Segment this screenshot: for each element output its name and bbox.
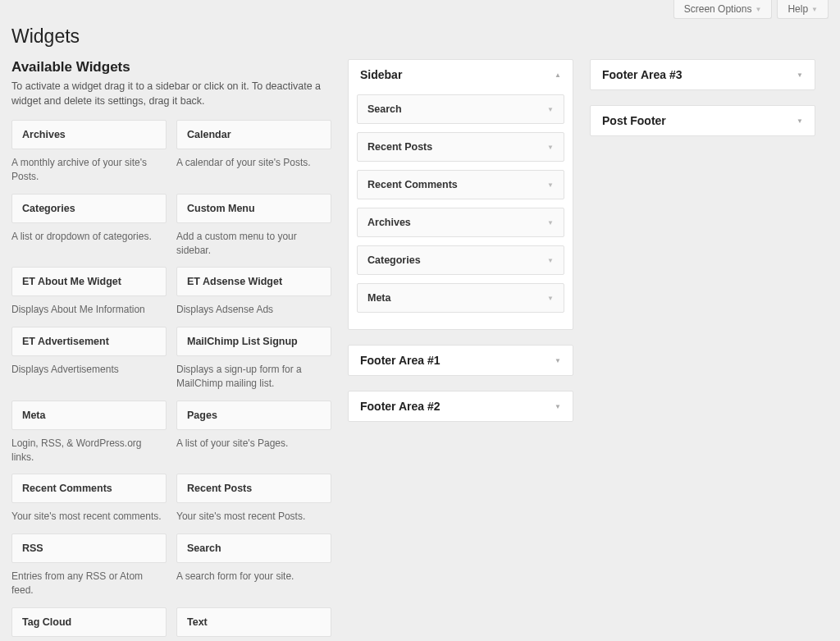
available-widgets-grid: ArchivesA monthly archive of your site's…	[11, 120, 331, 641]
widget-area-header[interactable]: Sidebar▲	[349, 60, 573, 89]
available-widget-desc: Add a custom menu to your sidebar.	[176, 223, 331, 259]
available-widget: Recent PostsYour site's most recent Post…	[176, 474, 331, 525]
placed-widget[interactable]: Search▼	[357, 94, 564, 124]
chevron-down-icon: ▼	[547, 144, 554, 151]
available-widget-header[interactable]: Recent Comments	[11, 474, 167, 503]
available-widget-header[interactable]: Categories	[11, 194, 167, 223]
widget-area: Footer Area #3▼	[590, 59, 815, 90]
chevron-up-icon: ▲	[555, 71, 561, 79]
widget-area: Post Footer▼	[590, 105, 815, 136]
available-widget-header[interactable]: Recent Posts	[176, 474, 331, 503]
widget-area-header[interactable]: Post Footer▼	[591, 106, 815, 135]
available-widget-desc: Displays a sign-up form for a MailChimp …	[176, 356, 331, 392]
available-widget: MetaLogin, RSS, & WordPress.org links.	[11, 401, 167, 466]
available-widget: CalendarA calendar of your site's Posts.	[176, 120, 331, 185]
available-widget: ArchivesA monthly archive of your site's…	[11, 120, 167, 185]
available-widget: Recent CommentsYour site's most recent c…	[11, 474, 167, 525]
placed-widget[interactable]: Recent Comments▼	[357, 170, 564, 199]
available-heading: Available Widgets	[11, 59, 331, 76]
widget-area-header[interactable]: Footer Area #1▼	[349, 346, 573, 375]
top-links: Screen Options ▼ Help ▼	[11, 0, 829, 19]
available-widget: PagesA list of your site's Pages.	[176, 401, 331, 466]
available-widget-header[interactable]: Archives	[11, 120, 167, 149]
chevron-down-icon: ▼	[547, 181, 554, 189]
placed-widget-title: Search	[368, 103, 402, 115]
placed-widget[interactable]: Categories▼	[357, 245, 564, 275]
available-widget-desc: Arbitrary text or HTML.	[176, 637, 331, 641]
widget-area-header[interactable]: Footer Area #3▼	[591, 60, 815, 89]
screen-options-label: Screen Options	[684, 3, 752, 15]
available-widget-desc: A cloud of your most used tags.	[11, 637, 167, 641]
widget-area: Footer Area #1▼	[348, 345, 573, 376]
chevron-down-icon: ▼	[547, 106, 554, 113]
available-widget-desc: A list of your site's Pages.	[176, 430, 331, 452]
chevron-down-icon: ▼	[547, 219, 554, 227]
available-widget: SearchA search form for your site.	[176, 533, 331, 599]
widget-area-title: Footer Area #1	[360, 354, 441, 367]
placed-widget-title: Categories	[368, 254, 421, 266]
available-widget-desc: Displays Adsense Ads	[176, 296, 331, 318]
widget-area-title: Sidebar	[360, 68, 402, 81]
widget-area: Footer Area #2▼	[348, 391, 573, 422]
placed-widget-title: Recent Posts	[368, 141, 432, 153]
sidebar-areas-column-1: Sidebar▲Search▼Recent Posts▼Recent Comme…	[348, 59, 573, 437]
chevron-down-icon: ▼	[555, 357, 561, 364]
available-widget-header[interactable]: Search	[176, 533, 331, 563]
available-widget-desc: Displays Advertisements	[11, 356, 167, 378]
available-widget: RSSEntries from any RSS or Atom feed.	[11, 533, 167, 599]
available-widget-desc: Your site's most recent Posts.	[176, 503, 331, 525]
available-widget: TextArbitrary text or HTML.	[176, 607, 331, 641]
screen-options-button[interactable]: Screen Options ▼	[673, 0, 773, 19]
widget-area-title: Post Footer	[602, 114, 666, 127]
chevron-down-icon: ▼	[755, 6, 761, 13]
available-widget-header[interactable]: Meta	[11, 401, 167, 430]
available-widget-desc: Your site's most recent comments.	[11, 503, 167, 525]
available-widget-header[interactable]: MailChimp List Signup	[176, 327, 331, 356]
placed-widget-title: Recent Comments	[368, 179, 458, 190]
available-widget-desc: Login, RSS, & WordPress.org links.	[11, 430, 167, 466]
chevron-down-icon: ▼	[797, 117, 803, 125]
placed-widget-title: Meta	[368, 292, 390, 304]
available-widget-desc: A search form for your site.	[176, 563, 331, 585]
chevron-down-icon: ▼	[811, 6, 818, 13]
placed-widget[interactable]: Recent Posts▼	[357, 132, 564, 162]
available-widget: ET About Me WidgetDisplays About Me Info…	[11, 267, 167, 318]
placed-widget-title: Archives	[368, 217, 411, 228]
available-widget-header[interactable]: ET About Me Widget	[11, 267, 167, 296]
chevron-down-icon: ▼	[547, 257, 554, 264]
available-widget-desc: A monthly archive of your site's Posts.	[11, 149, 167, 185]
available-widget: Tag CloudA cloud of your most used tags.	[11, 607, 167, 641]
widget-area-body: Search▼Recent Posts▼Recent Comments▼Arch…	[349, 89, 573, 329]
page-title: Widgets	[11, 19, 829, 59]
chevron-down-icon: ▼	[797, 71, 803, 79]
available-widget-header[interactable]: ET Adsense Widget	[176, 267, 331, 296]
sidebar-areas-column-2: Footer Area #3▼Post Footer▼	[590, 59, 815, 151]
widget-area-title: Footer Area #3	[602, 68, 682, 81]
available-widget-header[interactable]: Tag Cloud	[11, 607, 167, 637]
chevron-down-icon: ▼	[555, 403, 561, 410]
help-label: Help	[788, 3, 808, 15]
available-widget-header[interactable]: ET Advertisement	[11, 327, 167, 356]
available-widget: Custom MenuAdd a custom menu to your sid…	[176, 194, 331, 259]
widget-area-title: Footer Area #2	[360, 400, 441, 413]
widget-area-header[interactable]: Footer Area #2▼	[349, 391, 573, 421]
available-widget-header[interactable]: RSS	[11, 533, 167, 563]
available-widget-desc: Entries from any RSS or Atom feed.	[11, 563, 167, 599]
chevron-down-icon: ▼	[547, 295, 554, 302]
placed-widget[interactable]: Meta▼	[357, 283, 564, 313]
available-widget: ET AdvertisementDisplays Advertisements	[11, 327, 167, 392]
available-widget-header[interactable]: Calendar	[176, 120, 331, 149]
available-widget-header[interactable]: Custom Menu	[176, 194, 331, 223]
available-widget-header[interactable]: Pages	[176, 401, 331, 430]
available-widget-desc: Displays About Me Information	[11, 296, 167, 318]
available-widget: ET Adsense WidgetDisplays Adsense Ads	[176, 267, 331, 318]
available-widget-header[interactable]: Text	[176, 607, 331, 637]
available-widgets-column: Available Widgets To activate a widget d…	[11, 59, 331, 641]
help-button[interactable]: Help ▼	[777, 0, 829, 19]
available-widget: CategoriesA list or dropdown of categori…	[11, 194, 167, 259]
available-widget: MailChimp List SignupDisplays a sign-up …	[176, 327, 331, 392]
available-widget-desc: A list or dropdown of categories.	[11, 223, 167, 245]
available-desc: To activate a widget drag it to a sideba…	[11, 79, 323, 108]
placed-widget[interactable]: Archives▼	[357, 208, 564, 237]
available-widget-desc: A calendar of your site's Posts.	[176, 149, 331, 172]
